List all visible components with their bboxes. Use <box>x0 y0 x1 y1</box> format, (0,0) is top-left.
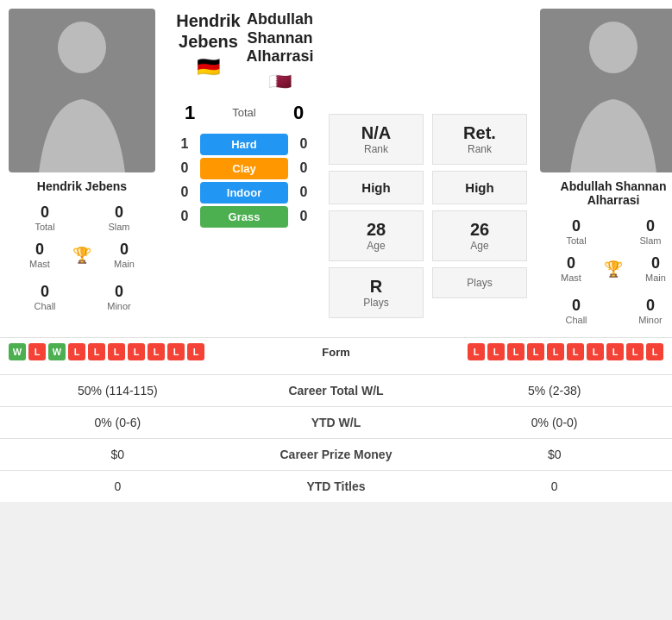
ytd-wl-left: 0% (0-6) <box>0 407 236 439</box>
left-minor-stat: 0 Minor <box>83 279 155 315</box>
career-wl-right: 5% (2-38) <box>436 375 672 407</box>
svg-point-0 <box>58 22 106 73</box>
left-plays-box: R Plays <box>329 267 424 318</box>
form-badge-right: L <box>626 343 644 360</box>
clay-surface-btn[interactable]: Clay <box>200 158 288 179</box>
left-form-badges: WLWLLLLLLL <box>9 343 204 360</box>
form-badge-left: L <box>167 343 185 360</box>
form-badge-left: W <box>9 343 26 360</box>
left-player-name: Hendrik Jebens <box>37 179 127 193</box>
right-info-blocks: Ret. Rank High 26 Age Plays <box>428 103 531 337</box>
right-player-name: Abdullah Shannan Alharrasi <box>540 179 672 207</box>
left-trophy-icon: 🏆 <box>72 246 91 265</box>
titles-left: 0 <box>0 471 236 503</box>
ytd-wl-right: 0% (0-0) <box>436 407 672 439</box>
right-player-flag: 🇶🇦 <box>244 71 316 93</box>
career-wl-label: Career Total W/L <box>236 375 437 407</box>
right-trophy-icon: 🏆 <box>604 260 623 279</box>
form-badge-left: L <box>28 343 46 360</box>
right-player-photo <box>540 9 672 172</box>
right-player-panel: Abdullah Shannan Alharrasi 0 Total 0 Sla… <box>531 0 672 337</box>
form-section: WLWLLLLLLL Form LLLLLLLLLL <box>0 337 672 366</box>
right-player-silhouette <box>553 17 672 172</box>
left-slam-stat: 0 Slam <box>83 200 155 235</box>
grass-score-right: 0 <box>292 209 316 224</box>
left-total-stat: 0 Total <box>9 200 81 235</box>
right-high-box: High <box>432 171 527 204</box>
form-badge-right: L <box>606 343 624 360</box>
left-player-stats: 0 Total 0 Slam <box>9 200 155 235</box>
clay-score-right: 0 <box>292 160 316 176</box>
titles-right: 0 <box>436 471 672 503</box>
totals-row: 1 Total 0 <box>164 97 324 131</box>
right-rank-box: Ret. Rank <box>432 114 527 165</box>
ytd-wl-row: 0% (0-6) YTD W/L 0% (0-0) <box>0 407 672 439</box>
right-main-stat: 0 Main <box>625 251 672 286</box>
form-badge-left: L <box>187 343 204 360</box>
form-badge-left: L <box>148 343 165 360</box>
grass-surface-row: 0 Grass 0 <box>173 206 316 228</box>
form-badge-right: L <box>567 343 584 360</box>
right-bottom-stats: 0 Chall 0 Minor <box>540 293 672 329</box>
left-high-box: High <box>329 171 424 204</box>
surfaces-section: 1 Hard 0 0 Clay 0 0 <box>164 131 324 230</box>
form-badge-left: W <box>48 343 66 360</box>
left-chall-stat: 0 Chall <box>9 279 81 315</box>
svg-point-1 <box>589 22 637 73</box>
right-form-badges: LLLLLLLLLL <box>468 343 663 360</box>
grass-surface-btn[interactable]: Grass <box>200 206 288 228</box>
clay-score-left: 0 <box>173 160 197 176</box>
hard-surface-row: 1 Hard 0 <box>173 134 316 155</box>
left-rank-box: N/A Rank <box>329 114 424 165</box>
left-player-header: HendrikJebens 🇩🇪 <box>173 10 244 93</box>
indoor-score-left: 0 <box>173 185 197 200</box>
total-score-right: 0 <box>281 102 316 124</box>
left-bottom-stats: 0 Chall 0 Minor <box>9 279 155 315</box>
left-mast-stat: 0 Mast <box>9 237 71 272</box>
right-slam-stat: 0 Slam <box>614 214 672 249</box>
career-wl-left: 50% (114-115) <box>0 375 236 407</box>
right-player-stats: 0 Total 0 Slam <box>540 214 672 249</box>
right-player-main-name: AbdullahShannanAlharrasi <box>244 10 316 66</box>
form-badge-right: L <box>507 343 524 360</box>
indoor-score-right: 0 <box>292 185 316 200</box>
total-score-left: 1 <box>173 102 207 124</box>
form-badge-right: L <box>547 343 564 360</box>
right-total-stat: 0 Total <box>540 214 612 249</box>
right-mast-stat: 0 Mast <box>540 251 602 286</box>
grass-btn-wrap[interactable]: Grass <box>200 206 288 228</box>
left-player-photo <box>9 9 155 172</box>
titles-label: YTD Titles <box>236 471 437 503</box>
indoor-btn-wrap[interactable]: Indoor <box>200 182 288 204</box>
left-age-box: 28 Age <box>329 210 424 261</box>
hard-btn-wrap[interactable]: Hard <box>200 134 288 155</box>
prize-label: Career Prize Money <box>236 439 437 471</box>
left-trophy-row: 0 Mast 🏆 0 Main <box>9 237 155 272</box>
prize-row: $0 Career Prize Money $0 <box>0 439 672 471</box>
indoor-surface-btn[interactable]: Indoor <box>200 182 288 204</box>
left-main-stat: 0 Main <box>93 237 155 272</box>
form-badge-right: L <box>646 343 663 360</box>
form-badge-left: L <box>108 343 125 360</box>
form-badge-right: L <box>587 343 604 360</box>
clay-surface-row: 0 Clay 0 <box>173 158 316 179</box>
hard-surface-btn[interactable]: Hard <box>200 134 288 155</box>
left-player-panel: Hendrik Jebens 0 Total 0 Slam 0 Mast 🏆 <box>0 0 164 337</box>
form-badge-left: L <box>128 343 145 360</box>
grass-score-left: 0 <box>173 209 197 224</box>
right-player-header: AbdullahShannanAlharrasi 🇶🇦 <box>244 10 316 93</box>
clay-btn-wrap[interactable]: Clay <box>200 158 288 179</box>
center-panel: HendrikJebens 🇩🇪 AbdullahShannanAlharras… <box>164 0 324 337</box>
hard-score-left: 1 <box>173 136 197 152</box>
right-minor-stat: 0 Minor <box>614 293 672 329</box>
right-plays-box: Plays <box>432 267 527 298</box>
left-player-main-name: HendrikJebens <box>173 10 244 52</box>
right-chall-stat: 0 Chall <box>540 293 612 329</box>
hard-score-right: 0 <box>292 136 316 152</box>
form-badge-right: L <box>527 343 544 360</box>
form-badge-right: L <box>487 343 505 360</box>
prize-right: $0 <box>436 439 672 471</box>
prize-left: $0 <box>0 439 236 471</box>
right-age-box: 26 Age <box>432 210 527 261</box>
indoor-surface-row: 0 Indoor 0 <box>173 182 316 204</box>
